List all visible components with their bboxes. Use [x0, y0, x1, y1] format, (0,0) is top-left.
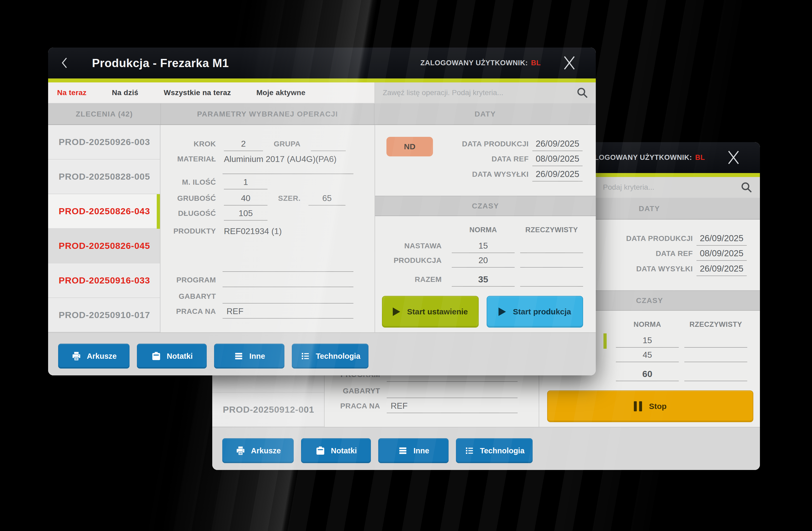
date-label: DATA WYSYŁKI: [375, 167, 528, 181]
date-field[interactable]: 26/09/2025: [532, 137, 583, 151]
norma-field[interactable]: 15: [616, 334, 679, 348]
close-button[interactable]: [722, 148, 745, 167]
divider: [222, 174, 353, 174]
logged-user-label: ZALOGOWANY UŻYTKOWNIK:: [585, 153, 692, 162]
produkcja-norma-field[interactable]: 20: [452, 253, 514, 268]
rzeczywisty-field[interactable]: [684, 334, 747, 348]
search-area: [375, 83, 596, 103]
notatki-button[interactable]: Notatki: [137, 344, 207, 369]
stop-button[interactable]: Stop: [547, 390, 753, 422]
nastawa-norma-field[interactable]: 15: [452, 239, 514, 253]
start-ustawienie-label: Start ustawienie: [407, 307, 468, 316]
selected-order-indicator: [157, 194, 160, 229]
program-field[interactable]: [222, 273, 353, 287]
date-label: DATA PRODUKCJI: [375, 137, 528, 151]
material-value[interactable]: Aluminium 2017 (AU4G)(PA6): [224, 152, 361, 166]
notatki-label: Notatki: [167, 352, 193, 360]
inne-button[interactable]: Inne: [378, 438, 449, 463]
order-row[interactable]: PROD-20250910-017: [48, 298, 160, 332]
dates-header: DATY: [375, 104, 596, 124]
arkusze-button[interactable]: Arkusze: [58, 344, 130, 369]
menu-icon: [397, 445, 408, 456]
close-button[interactable]: [558, 54, 581, 72]
praca-na-field[interactable]: REF: [222, 304, 353, 319]
material-label: MATERIAŁ: [160, 152, 216, 166]
order-row[interactable]: PROD-20250926-003: [48, 125, 160, 160]
inne-button[interactable]: Inne: [214, 344, 285, 369]
section-header-row: ZLECENIA (42) PARAMETRY WYBRANEJ OPERACJ…: [48, 104, 596, 125]
order-row[interactable]: PROD-20250916-033: [48, 263, 160, 298]
logged-user-value: BL: [531, 59, 541, 67]
start-produkcja-button[interactable]: Start produkcja: [487, 296, 583, 328]
titlebar: Produkcja - Frezarka M1 ZALOGOWANY UŻYTK…: [48, 47, 596, 78]
krok-label: KROK: [160, 137, 216, 151]
technologia-button[interactable]: Technologia: [292, 344, 368, 369]
tab-na-teraz[interactable]: Na teraz: [57, 89, 86, 97]
search-icon[interactable]: [576, 87, 589, 99]
date-field[interactable]: 08/09/2025: [532, 152, 583, 166]
gabaryt-field[interactable]: [222, 289, 353, 304]
program-label: PROGRAM: [160, 273, 216, 287]
divider: [222, 271, 353, 272]
produkcja-rzeczywisty-field[interactable]: [520, 253, 583, 268]
arkusze-button[interactable]: Arkusze: [222, 438, 294, 463]
rzeczywisty-col-header: RZECZYWISTY: [520, 223, 583, 236]
dates-times-panel: ND DATA PRODUKCJI 26/09/2025 DATA REF 08…: [375, 125, 596, 332]
page-title: Produkcja - Frezarka M1: [92, 47, 229, 78]
search-input[interactable]: [375, 83, 596, 103]
m-ilosc-field[interactable]: 1: [224, 175, 267, 189]
m-ilosc-label: M. ILOŚĆ: [160, 175, 216, 189]
date-field[interactable]: 26/09/2025: [696, 262, 747, 276]
grupa-field[interactable]: [311, 137, 346, 151]
order-row[interactable]: PROD-20250826-045: [48, 229, 160, 263]
gabaryt-field[interactable]: [387, 384, 518, 398]
logged-user: ZALOGOWANY UŻYTKOWNIK: BL: [585, 142, 705, 173]
nastawa-label: NASTAWA: [375, 239, 442, 253]
norma-total-field: 60: [616, 367, 679, 381]
order-row-selected[interactable]: PROD-20250826-043: [48, 194, 160, 229]
norma-col-header: NORMA: [452, 223, 514, 236]
logged-user-label: ZALOGOWANY UŻYTKOWNIK:: [421, 59, 528, 67]
order-row[interactable]: PROD-20250912-001: [212, 393, 324, 427]
praca-na-field[interactable]: REF: [387, 399, 518, 413]
norma-field[interactable]: 45: [616, 348, 679, 362]
grupa-label: GRUPA: [266, 137, 301, 151]
orders-list: PROD-20250926-003 PROD-20250828-005 PROD…: [48, 125, 160, 332]
tab-moje-aktywne[interactable]: Moje aktywne: [256, 89, 306, 97]
praca-na-label: PRACA NA: [160, 304, 216, 319]
date-field[interactable]: 08/09/2025: [696, 247, 747, 261]
stop-label: Stop: [649, 402, 667, 411]
razem-label: RAZEM: [375, 272, 442, 286]
printer-icon: [235, 445, 246, 456]
dlugosc-field[interactable]: 105: [224, 206, 267, 221]
back-button[interactable]: [57, 53, 73, 73]
order-row[interactable]: PROD-20250828-005: [48, 160, 160, 194]
footer-toolbar: Arkusze Notatki Inne Technologia: [212, 427, 760, 470]
nastawa-rzeczywisty-field[interactable]: [520, 239, 583, 253]
grubosc-field[interactable]: 40: [224, 191, 267, 206]
razem-rzeczywisty-value: [520, 272, 583, 286]
date-field[interactable]: 26/09/2025: [696, 232, 747, 246]
date-field[interactable]: 26/09/2025: [532, 167, 583, 181]
dlugosc-label: DŁUGOŚĆ: [160, 206, 216, 221]
notatki-button[interactable]: Notatki: [301, 438, 371, 463]
search-icon[interactable]: [740, 181, 753, 193]
archive-box-icon: [151, 351, 161, 362]
rzeczywisty-total-field: [684, 367, 747, 381]
window-production-frezarka-m1: Produkcja - Frezarka M1 ZALOGOWANY UŻYTK…: [48, 47, 596, 375]
start-ustawienie-button[interactable]: Start ustawienie: [382, 296, 479, 328]
gabaryt-label: GABARYT: [324, 384, 380, 398]
technologia-button[interactable]: Technologia: [456, 438, 533, 463]
krok-field[interactable]: 2: [224, 137, 263, 151]
produkty-label: PRODUKTY: [160, 224, 216, 238]
technologia-label: Technologia: [316, 352, 361, 360]
tab-wszystkie-na-teraz[interactable]: Wszystkie na teraz: [164, 89, 231, 97]
szer-field[interactable]: 65: [308, 191, 346, 206]
tab-na-dzis[interactable]: Na dziś: [112, 89, 138, 97]
rzeczywisty-field[interactable]: [684, 348, 747, 362]
parameters-panel: KROK 2 GRUPA MATERIAŁ Aluminium 2017 (AU…: [160, 125, 375, 332]
active-phase-indicator: [604, 334, 607, 349]
tab-search-row: Na teraz Na dziś Wszystkie na teraz Moje…: [48, 83, 596, 104]
params-header: PARAMETRY WYBRANEJ OPERACJI: [160, 104, 375, 124]
divider: [387, 381, 518, 382]
